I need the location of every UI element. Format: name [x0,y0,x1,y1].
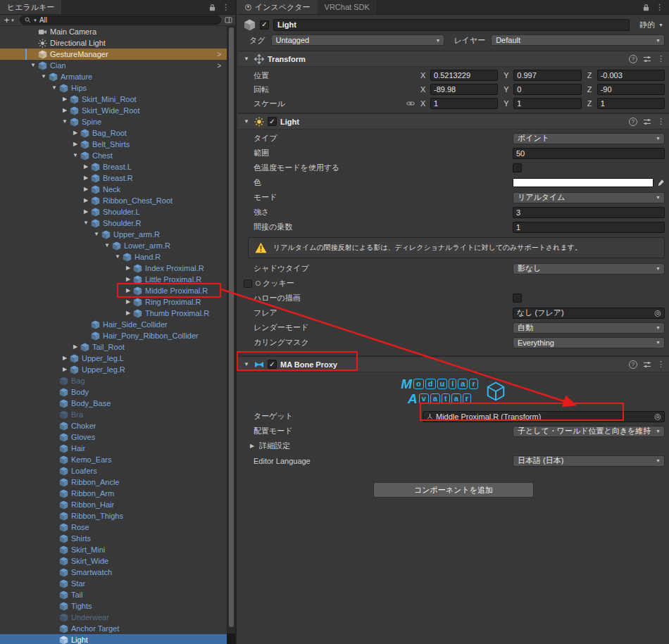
help-icon[interactable]: ? [629,360,637,369]
hierarchy-item-smartwatch[interactable]: Smartwatch [0,567,228,578]
foldout-arrow[interactable]: ▶ [70,127,80,139]
hierarchy-item-ribbon-hair[interactable]: Ribbon_Hair [0,499,228,510]
hierarchy-item-ribbon-arm[interactable]: Ribbon_Arm [0,488,228,499]
lock-icon[interactable] [643,4,649,11]
hierarchy-item-bag[interactable]: Bag [0,375,228,386]
hierarchy-item-gesturemanager[interactable]: GestureManager> [0,49,228,60]
hierarchy-item-little-proximal-r[interactable]: ▶Little Proximal.R [0,274,228,285]
light-enabled-checkbox[interactable] [268,117,277,126]
placement-mode-dropdown[interactable]: 子として・ワールド位置と向きを維持 ▼ [513,426,665,437]
tab-hierarchy[interactable]: ヒエラルキー [0,0,61,14]
constrain-proportions-icon[interactable] [406,99,415,108]
cookie-checkbox[interactable] [244,279,252,288]
foldout-arrow[interactable]: ▶ [123,274,133,285]
gameobject-cube-icon[interactable] [244,19,256,31]
preset-icon[interactable] [643,55,651,63]
object-picker-icon[interactable]: ◎ [653,412,663,420]
hierarchy-item-ring-proximal-r[interactable]: ▶Ring Proximal.R [0,296,228,308]
foldout-arrow[interactable]: ▼ [49,82,59,94]
foldout-arrow-collapsed[interactable]: ▶ [248,443,256,449]
foldout-arrow[interactable]: ▼ [92,229,101,240]
hierarchy-item-bra[interactable]: Bra [0,409,228,420]
bone-proxy-enabled-checkbox[interactable] [268,360,277,369]
advanced-settings-foldout[interactable]: ▶ 詳細設定 [238,438,669,453]
scale-y-field[interactable]: 1 [513,98,581,109]
culling-mask-dropdown[interactable]: Everything ▼ [513,337,665,348]
transform-header[interactable]: ▼ Transform ? ⋮ [238,51,669,67]
hierarchy-item-upper-arm-r[interactable]: ▼Upper_arm.R [0,229,228,240]
foldout-arrow[interactable]: ▶ [60,353,70,364]
hierarchy-item-ribbon-chest-root[interactable]: ▶Ribbon_Chest_Root [0,195,228,206]
tab-vrchat-sdk[interactable]: VRChat SDK [318,0,377,14]
light-intensity-field[interactable]: 3 [513,207,665,218]
foldout-arrow[interactable]: ▶ [81,172,91,184]
foldout-arrow[interactable]: ▼ [60,116,70,127]
foldout-arrow[interactable]: ▶ [123,263,133,274]
color-swatch[interactable] [513,178,654,187]
hierarchy-item-hair[interactable]: Hair [0,443,228,454]
foldout-arrow[interactable]: ▼ [102,240,112,251]
draw-halo-checkbox[interactable] [513,293,522,303]
hierarchy-item-main-camera[interactable]: Main Camera [0,26,228,37]
hierarchy-item-hand-r[interactable]: ▼Hand.R [0,251,228,263]
kebab-menu-icon[interactable]: ⋮ [657,55,665,63]
ma-bone-proxy-header[interactable]: ▼ MA Bone Proxy ? ⋮ [238,356,669,372]
foldout-arrow[interactable]: ▼ [70,150,80,161]
hierarchy-item-index-proximal-r[interactable]: ▶Index Proximal.R [0,263,228,274]
help-icon[interactable]: ? [629,118,637,126]
foldout-arrow[interactable]: ▶ [70,139,80,150]
static-dropdown[interactable]: 静的 ▼ [634,20,665,30]
foldout-arrow[interactable]: ▼ [242,56,251,62]
hierarchy-item-armature[interactable]: ▼Armature [0,71,228,82]
hierarchy-item-hips[interactable]: ▼Hips [0,82,228,94]
hierarchy-item-hair-side-collider[interactable]: Hair_Side_Collider [0,319,228,330]
hierarchy-item-chest[interactable]: ▼Chest [0,150,228,161]
gameobject-name-field[interactable]: Light [273,19,630,31]
editor-language-dropdown[interactable]: 日本語 (日本) ▼ [513,455,665,467]
target-object-field[interactable]: Middle Proximal.R (Transform) ◎ [423,411,665,422]
hierarchy-item-skirt-mini-root[interactable]: ▶Skirt_Mini_Root [0,94,228,105]
rotation-x-field[interactable]: -89.98 [430,84,498,95]
add-component-button[interactable]: コンポーネントを追加 [373,482,534,498]
foldout-arrow[interactable]: ▼ [39,71,49,82]
hierarchy-item-breast-r[interactable]: ▶Breast.R [0,172,228,184]
hierarchy-item-ribbon-ancle[interactable]: Ribbon_Ancle [0,476,228,488]
kebab-menu-icon[interactable]: ⋮ [656,4,663,11]
hierarchy-item-star[interactable]: Star [0,578,228,589]
hierarchy-item-underwear[interactable]: Underwear [0,612,228,623]
shadow-type-dropdown[interactable]: 影なし ▼ [513,263,665,274]
preset-icon[interactable] [643,360,651,369]
hierarchy-item-belt-shirts[interactable]: ▶Belt_Shirts [0,139,228,150]
hierarchy-item-neck[interactable]: ▶Neck [0,184,228,195]
preset-icon[interactable] [643,118,651,126]
prefab-chevron-icon[interactable]: > [217,51,221,58]
position-x-field[interactable]: 0.5213229 [430,70,498,81]
foldout-arrow[interactable]: ▼ [81,217,91,229]
hierarchy-item-body[interactable]: Body [0,386,228,398]
position-y-field[interactable]: 0.997 [513,70,581,81]
hierarchy-search-input[interactable]: ▼ All [20,15,221,25]
add-object-button[interactable]: + ▼ [3,16,16,25]
hierarchy-item-ribbon-thighs[interactable]: Ribbon_Thighs [0,510,228,522]
active-checkbox[interactable] [260,20,269,30]
foldout-arrow[interactable]: ▶ [81,161,91,172]
light-range-field[interactable]: 50 [513,148,665,159]
scrollbar-thumb[interactable] [229,27,234,627]
foldout-arrow[interactable]: ▶ [123,308,133,319]
lock-icon[interactable] [209,4,215,11]
render-mode-dropdown[interactable]: 自動 ▼ [513,322,665,334]
hierarchy-item-breast-l[interactable]: ▶Breast.L [0,161,228,172]
flare-object-field[interactable]: なし (フレア) ◎ [513,308,665,319]
object-picker-icon[interactable]: ◎ [653,309,663,317]
foldout-arrow[interactable]: ▼ [242,361,251,367]
hierarchy-item-directional-light[interactable]: Directional Light [0,37,228,49]
hierarchy-item-skirt-wide-root[interactable]: ▶Skirt_Wide_Root [0,105,228,116]
kebab-menu-icon[interactable]: ⋮ [222,4,230,11]
rotation-y-field[interactable]: 0 [513,84,581,95]
foldout-arrow[interactable]: ▼ [242,118,251,125]
hierarchy-item-skirt-wide[interactable]: Skirt_Wide [0,555,228,567]
scene-visibility-icon[interactable] [225,16,232,24]
position-z-field[interactable]: -0.003 [597,70,665,81]
hierarchy-item-upper-leg-r[interactable]: ▶Upper_leg.R [0,364,228,375]
prefab-chevron-icon[interactable]: > [217,62,221,70]
